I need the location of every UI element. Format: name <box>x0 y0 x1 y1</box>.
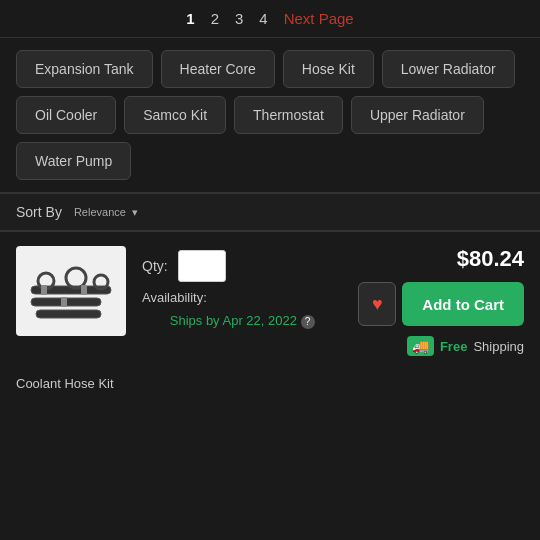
category-upper-radiator[interactable]: Upper Radiator <box>351 96 484 134</box>
product-right: $80.24 ♥ Add to Cart 🚚 Free Shipping <box>358 246 524 356</box>
category-expansion-tank[interactable]: Expansion Tank <box>16 50 153 88</box>
svg-rect-8 <box>61 297 67 307</box>
category-samco-kit[interactable]: Samco Kit <box>124 96 226 134</box>
sort-current-value: Relevance <box>74 206 126 218</box>
availability-label: Availability: <box>142 290 342 305</box>
category-heater-core[interactable]: Heater Core <box>161 50 275 88</box>
wishlist-button[interactable]: ♥ <box>358 282 396 326</box>
product-title-partial: Coolant Hose Kit <box>0 370 540 391</box>
page-2[interactable]: 2 <box>211 10 219 27</box>
ships-date: Ships by Apr 22, 2022 ? <box>142 313 342 329</box>
product-middle: Qty: Availability: Ships by Apr 22, 2022… <box>142 246 342 329</box>
svg-rect-6 <box>41 285 47 295</box>
category-lower-radiator[interactable]: Lower Radiator <box>382 50 515 88</box>
quantity-row: Qty: <box>142 250 342 282</box>
shipping-label: Shipping <box>473 339 524 354</box>
add-to-cart-row: ♥ Add to Cart <box>358 282 524 326</box>
free-shipping-badge: 🚚 Free Shipping <box>407 336 524 356</box>
sort-dropdown[interactable]: Relevance ▾ <box>74 206 138 219</box>
sort-by-label: Sort By <box>16 204 62 220</box>
qty-label: Qty: <box>142 258 168 274</box>
free-label: Free <box>440 339 467 354</box>
page-4[interactable]: 4 <box>259 10 267 27</box>
svg-rect-2 <box>36 310 101 318</box>
category-oil-cooler[interactable]: Oil Cooler <box>16 96 116 134</box>
heart-icon: ♥ <box>372 294 383 315</box>
svg-rect-7 <box>81 285 87 295</box>
sort-bar: Sort By Relevance ▾ <box>0 194 540 231</box>
page-3[interactable]: 3 <box>235 10 243 27</box>
product-price: $80.24 <box>457 246 524 272</box>
add-to-cart-button[interactable]: Add to Cart <box>402 282 524 326</box>
truck-icon: 🚚 <box>407 336 434 356</box>
next-page-link[interactable]: Next Page <box>284 10 354 27</box>
page-1[interactable]: 1 <box>186 10 194 27</box>
pagination: 1 2 3 4 Next Page <box>0 0 540 38</box>
product-title: Coolant Hose Kit <box>16 376 114 391</box>
category-hose-kit[interactable]: Hose Kit <box>283 50 374 88</box>
help-icon[interactable]: ? <box>301 315 315 329</box>
product-image <box>16 246 126 336</box>
chevron-down-icon: ▾ <box>132 206 138 219</box>
category-water-pump[interactable]: Water Pump <box>16 142 131 180</box>
quantity-input[interactable] <box>178 250 226 282</box>
category-thermostat[interactable]: Thermostat <box>234 96 343 134</box>
product-card: Qty: Availability: Ships by Apr 22, 2022… <box>0 232 540 370</box>
category-filters: Expansion Tank Heater Core Hose Kit Lowe… <box>0 38 540 193</box>
